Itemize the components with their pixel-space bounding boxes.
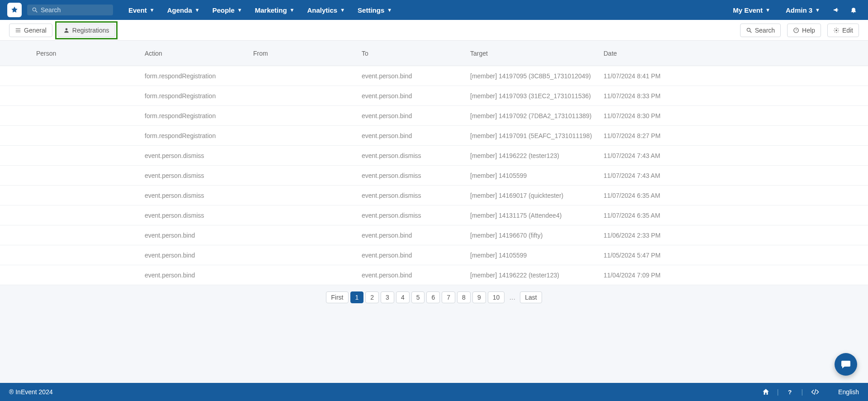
megaphone-icon: [833, 6, 840, 14]
menu-marketing[interactable]: Marketing▼: [249, 0, 301, 20]
cell-target: [member] 14169017 (quicktester): [470, 192, 604, 199]
page-3[interactable]: 3: [381, 291, 394, 303]
footer-divider: |: [801, 388, 803, 396]
col-to: To: [362, 50, 470, 57]
page-10[interactable]: 10: [488, 291, 505, 303]
table-row[interactable]: event.person.bindevent.person.bind[membe…: [0, 265, 868, 285]
menu-settings[interactable]: Settings▼: [351, 0, 398, 20]
page-ellipsis: …: [506, 294, 518, 301]
table-row[interactable]: event.person.bindevent.person.bind[membe…: [0, 245, 868, 265]
chevron-down-icon: ▼: [765, 7, 770, 13]
menu-event[interactable]: Event▼: [122, 0, 161, 20]
cell-target: [member] 14197091 (5EAFC_1731011198): [470, 132, 604, 139]
menu-label: Analytics: [307, 6, 337, 14]
table-row[interactable]: event.person.bindevent.person.bind[membe…: [0, 225, 868, 245]
cell-target: [member] 14196222 (tester123): [470, 272, 604, 279]
table-header: Person Action From To Target Date: [0, 41, 868, 66]
page-first[interactable]: First: [326, 291, 348, 303]
notifications-button[interactable]: [846, 6, 861, 14]
chevron-down-icon: ▼: [340, 7, 345, 13]
footer: ® InEvent 2024 | ? | English: [0, 383, 868, 401]
cell-action: form.respondRegistration: [145, 92, 253, 100]
app-logo[interactable]: [7, 3, 22, 17]
cell-date: 11/04/2024 7:09 PM: [604, 272, 868, 279]
menu-label: Agenda: [167, 6, 192, 14]
event-label: My Event: [733, 6, 763, 14]
table-row[interactable]: form.respondRegistrationevent.person.bin…: [0, 106, 868, 126]
menu-people[interactable]: People▼: [206, 0, 249, 20]
footer-icons: | ? | English: [762, 388, 859, 396]
sub-header: General Registrations Search ? Help Edit: [0, 20, 868, 41]
cell-date: 11/07/2024 8:41 PM: [604, 72, 868, 80]
page-1[interactable]: 1: [350, 291, 364, 303]
event-selector[interactable]: My Event▼: [726, 0, 777, 20]
global-search[interactable]: [27, 5, 113, 15]
svg-point-0: [33, 8, 36, 11]
cell-date: 11/07/2024 6:35 AM: [604, 192, 868, 199]
table-row[interactable]: form.respondRegistrationevent.person.bin…: [0, 126, 868, 146]
home-link[interactable]: [762, 388, 770, 396]
page-2[interactable]: 2: [365, 291, 379, 303]
cell-to: event.person.bind: [362, 132, 470, 139]
col-action: Action: [145, 50, 253, 57]
page-9[interactable]: 9: [472, 291, 486, 303]
language-selector[interactable]: English: [838, 388, 859, 396]
page-5[interactable]: 5: [411, 291, 425, 303]
table-row[interactable]: event.person.dismissevent.person.dismiss…: [0, 166, 868, 186]
cell-date: 11/07/2024 7:43 AM: [604, 152, 868, 159]
table-body: form.respondRegistrationevent.person.bin…: [0, 66, 868, 285]
table-row[interactable]: event.person.dismissevent.person.dismiss…: [0, 205, 868, 225]
search-icon: [746, 27, 752, 33]
cell-to: event.person.bind: [362, 232, 470, 239]
help-link[interactable]: ?: [786, 388, 794, 396]
svg-line-4: [750, 31, 751, 33]
hamburger-icon: [15, 27, 21, 33]
table-row[interactable]: form.respondRegistrationevent.person.bin…: [0, 66, 868, 86]
page-last[interactable]: Last: [520, 291, 542, 303]
help-button[interactable]: ? Help: [787, 24, 821, 37]
page-7[interactable]: 7: [442, 291, 455, 303]
code-icon: [810, 388, 820, 396]
button-label: Search: [755, 27, 775, 34]
chat-widget[interactable]: [835, 353, 857, 376]
cell-target: [member] 14197095 (3C8B5_1731012049): [470, 72, 604, 80]
menu-label: Marketing: [255, 6, 287, 14]
menu-analytics[interactable]: Analytics▼: [301, 0, 351, 20]
page-6[interactable]: 6: [426, 291, 440, 303]
cell-to: event.person.bind: [362, 112, 470, 119]
user-menu[interactable]: Admin 3▼: [779, 0, 826, 20]
nav-right: My Event▼ Admin 3▼: [726, 0, 861, 20]
cell-target: [member] 14131175 (Attendee4): [470, 212, 604, 219]
col-person: Person: [0, 50, 145, 57]
search-input[interactable]: [41, 6, 104, 14]
table-row[interactable]: form.respondRegistrationevent.person.bin…: [0, 86, 868, 106]
table-row[interactable]: event.person.dismissevent.person.dismiss…: [0, 146, 868, 166]
cell-action: event.person.dismiss: [145, 152, 253, 159]
chevron-down-icon: ▼: [290, 7, 295, 13]
cell-target: [member] 14105599: [470, 172, 604, 179]
chevron-down-icon: ▼: [815, 7, 820, 13]
page-4[interactable]: 4: [396, 291, 410, 303]
cell-date: 11/07/2024 6:35 AM: [604, 212, 868, 219]
cell-target: [member] 14197092 (7DBA2_1731011389): [470, 112, 604, 119]
search-icon: [32, 7, 38, 13]
svg-point-3: [747, 28, 750, 31]
announcement-button[interactable]: [829, 6, 844, 14]
cell-action: event.person.dismiss: [145, 212, 253, 219]
edit-button[interactable]: Edit: [827, 24, 859, 37]
tab-general[interactable]: General: [9, 24, 52, 37]
primary-menu: Event▼ Agenda▼ People▼ Marketing▼ Analyt…: [122, 0, 398, 20]
cell-to: event.person.bind: [362, 72, 470, 80]
gear-icon: [833, 27, 840, 33]
api-link[interactable]: [810, 388, 820, 396]
tab-registrations[interactable]: Registrations: [57, 24, 115, 37]
cell-action: form.respondRegistration: [145, 132, 253, 139]
table-row[interactable]: event.person.dismissevent.person.dismiss…: [0, 186, 868, 205]
chevron-down-icon: ▼: [150, 7, 155, 13]
menu-agenda[interactable]: Agenda▼: [161, 0, 206, 20]
search-button[interactable]: Search: [740, 24, 781, 37]
menu-label: People: [212, 6, 235, 14]
page-8[interactable]: 8: [457, 291, 471, 303]
cell-action: form.respondRegistration: [145, 72, 253, 80]
svg-text:?: ?: [795, 29, 797, 32]
